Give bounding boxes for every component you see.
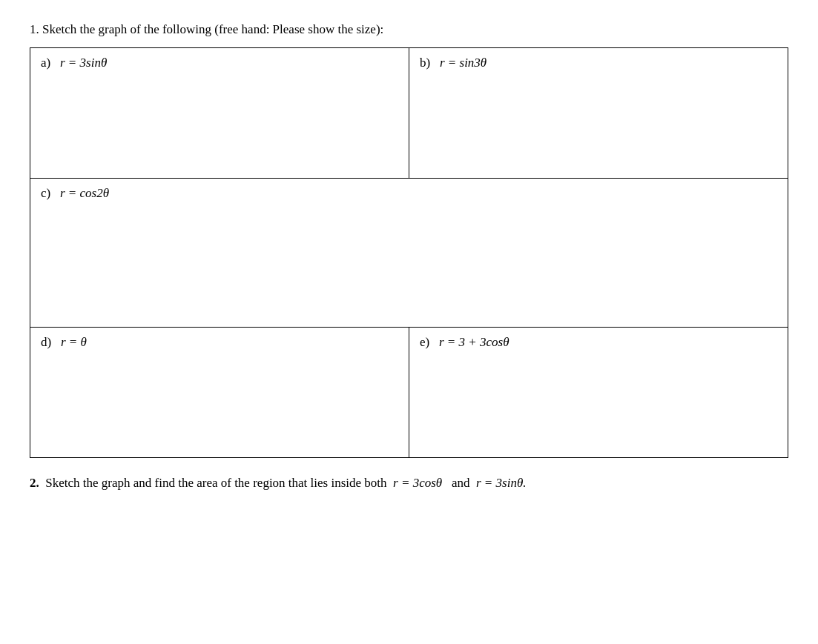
sketch-grid: a) r = 3sinθ b) r = sin3θ c) r = cos2θ [30,47,788,458]
question-1-text: 1. Sketch the graph of the following (fr… [30,22,383,36]
cell-e-equation: r = 3 + 3cosθ [439,335,509,349]
cell-d: d) r = θ [30,328,409,457]
grid-row-3: d) r = θ e) r = 3 + 3cosθ [30,328,788,457]
question-2-text: Sketch the graph and find the area of th… [42,476,527,490]
cell-a-label: a) r = 3sinθ [41,56,107,70]
cell-e: e) r = 3 + 3cosθ [409,328,788,457]
cell-c-label: c) r = cos2θ [41,186,109,200]
question-1: 1. Sketch the graph of the following (fr… [30,22,788,458]
cell-d-equation: r = θ [61,335,87,349]
cell-e-label: e) r = 3 + 3cosθ [420,335,509,349]
question-1-header: 1. Sketch the graph of the following (fr… [30,22,788,37]
cell-b-label: b) r = sin3θ [420,56,486,70]
question-2-header: 2. [30,476,42,490]
cell-d-label: d) r = θ [41,335,87,349]
question-2-eq2: r = 3sinθ. [476,476,527,490]
question-2-eq1: r = 3cosθ [393,476,442,490]
question-2-connector: and [452,476,470,490]
cell-a: a) r = 3sinθ [30,48,409,178]
grid-row-1: a) r = 3sinθ b) r = sin3θ [30,48,788,179]
cell-b: b) r = sin3θ [409,48,788,178]
grid-row-2: c) r = cos2θ [30,179,788,328]
question-2: 2. Sketch the graph and find the area of… [30,476,788,491]
cell-c: c) r = cos2θ [30,179,788,327]
cell-c-equation: r = cos2θ [60,186,109,200]
cell-b-equation: r = sin3θ [440,56,486,70]
cell-a-equation: r = 3sinθ [60,56,107,70]
